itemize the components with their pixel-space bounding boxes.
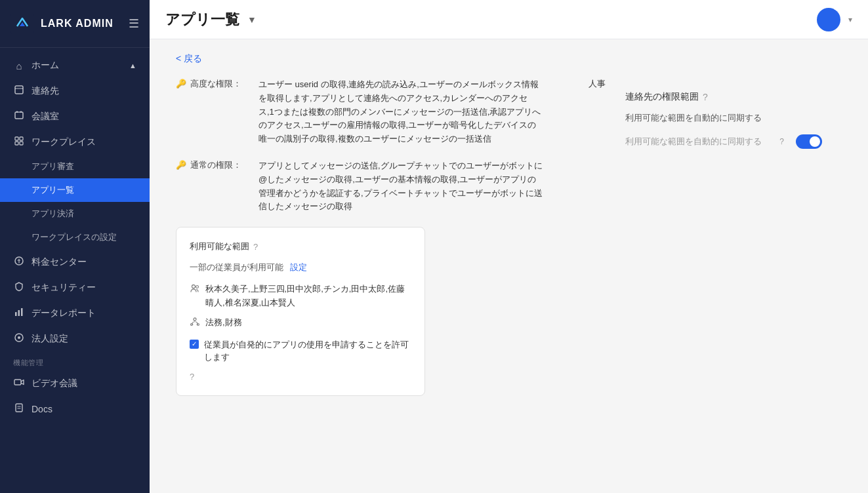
sync-toggle[interactable] — [796, 134, 822, 149]
docs-icon — [13, 403, 25, 415]
sync-label: 利用可能な範囲を自動的に同期する — [625, 136, 773, 148]
content-layout: 🔑 高度な権限： ユーザー userid の取得,連絡先の読み込み,ユーザーのメ… — [176, 78, 842, 396]
svg-rect-10 — [18, 310, 20, 316]
normal-permission-row: 🔑 通常の権限： アプリとしてメッセージの送信,グループチャットでのユーザーがボ… — [176, 159, 606, 214]
sidebar-sub-label-app-payment: アプリ決済 — [31, 208, 74, 220]
legal-icon — [13, 332, 25, 345]
high-permission-text: 高度な権限： — [190, 78, 241, 90]
svg-rect-15 — [16, 404, 22, 412]
svg-rect-3 — [15, 112, 23, 119]
svg-rect-4 — [15, 137, 18, 140]
sidebar-item-legal[interactable]: 法人設定 — [0, 326, 150, 351]
sidebar-item-contacts[interactable]: 連絡先 — [0, 78, 150, 104]
security-icon — [13, 281, 25, 294]
sidebar-sub-item-app-review[interactable]: アプリ審査 — [0, 155, 150, 178]
data-report-icon — [13, 307, 25, 319]
scope-card-title: 利用可能な範囲 — [190, 241, 249, 252]
sidebar-item-meeting[interactable]: 会議室 — [0, 104, 150, 129]
sidebar-item-billing[interactable]: 料金センター — [0, 249, 150, 275]
normal-permission-category — [553, 159, 606, 214]
scope-dept-text: 法務,財務 — [205, 317, 242, 328]
home-icon: ⌂ — [13, 60, 25, 71]
scope-users-row: 秋本久美子,上野三四,田中次郎,チンカ,田中太郎,佐藤晴人,椎名深夏,山本賢人 — [190, 283, 411, 310]
contact-scope-title: 連絡先の権限範囲 ? — [625, 91, 822, 103]
sidebar-sub-item-app-list[interactable]: アプリ一覧 — [0, 178, 150, 202]
scope-config-link[interactable]: 設定 — [290, 262, 307, 273]
sidebar-item-security[interactable]: セキュリティー — [0, 275, 150, 300]
svg-rect-9 — [15, 312, 17, 316]
workplace-icon — [13, 136, 25, 148]
avatar-dropdown-arrow[interactable]: ▾ — [848, 15, 852, 24]
contact-scope-label: 連絡先の権限範囲 — [625, 91, 699, 103]
scope-bottom-help-icon[interactable]: ? — [190, 372, 194, 382]
scope-card-help-bottom[interactable]: ? — [190, 370, 411, 382]
scope-card: 利用可能な範囲 ? 一部の従業員が利用可能 設定 秋本久美子,上野三四,田中次郎… — [176, 227, 425, 396]
sidebar-item-home[interactable]: ⌂ ホーム ▲ — [0, 53, 150, 78]
svg-rect-7 — [20, 142, 23, 145]
contact-scope-help-icon[interactable]: ? — [703, 92, 708, 102]
sidebar-item-workplace[interactable]: ワークプレイス — [0, 129, 150, 155]
topbar: アプリ一覧 ▼ ▾ — [150, 0, 868, 39]
key-icon-high: 🔑 — [176, 79, 186, 89]
sync-title-text: 利用可能な範囲を自動的に同期する — [625, 112, 822, 124]
sidebar-item-label-billing: 料金センター — [31, 256, 87, 268]
sidebar-sub-label-app-list: アプリ一覧 — [31, 184, 74, 196]
back-button[interactable]: < 戻る — [176, 53, 202, 65]
sidebar-item-data-report[interactable]: データレポート — [0, 300, 150, 326]
menu-icon[interactable]: ☰ — [129, 16, 139, 31]
svg-rect-14 — [14, 380, 21, 385]
meeting-icon — [13, 110, 25, 123]
sidebar-item-label-legal: 法人設定 — [31, 333, 68, 345]
sidebar-item-label-data-report: データレポート — [31, 307, 96, 319]
main-content: アプリ一覧 ▼ ▾ < 戻る 🔑 高度な権限： ユーザー userid の取得,… — [150, 0, 868, 493]
sidebar-item-label-docs: Docs — [31, 404, 52, 414]
contacts-icon — [13, 85, 25, 97]
scope-checkbox-row: 従業員が自発的にアプリの使用を申請することを許可します — [190, 338, 411, 364]
svg-point-18 — [192, 285, 196, 288]
topbar-dropdown-arrow[interactable]: ▼ — [247, 14, 257, 25]
sidebar: LARK ADMIN ☰ ⌂ ホーム ▲ 連絡先 会議室 — [0, 0, 150, 493]
normal-permission-text: 通常の権限： — [190, 159, 241, 171]
right-panel: 連絡先の権限範囲 ? 利用可能な範囲を自動的に同期する 利用可能な範囲を自動的に… — [606, 78, 842, 396]
page-content: < 戻る 🔑 高度な権限： ユーザー userid の取得,連絡先の読み込み,ユ… — [150, 39, 868, 493]
normal-permission-label: 🔑 通常の権限： — [176, 159, 248, 214]
sidebar-item-label-security: セキュリティー — [31, 282, 96, 294]
high-permission-row: 🔑 高度な権限： ユーザー userid の取得,連絡先の読み込み,ユーザーのメ… — [176, 78, 606, 146]
sidebar-sub-item-workplace-settings[interactable]: ワークプレイスの設定 — [0, 226, 150, 249]
dept-icon — [190, 317, 200, 329]
scope-checkbox-text: 従業員が自発的にアプリの使用を申請することを許可します — [204, 338, 411, 364]
user-avatar[interactable] — [817, 8, 840, 31]
sidebar-nav: ⌂ ホーム ▲ 連絡先 会議室 ワークプレイス アプリ審査 — [0, 48, 150, 493]
topbar-title: アプリ一覧 — [165, 10, 239, 30]
normal-permission-desc: アプリとしてメッセージの送信,グループチャットでのユーザーがボットに@したメッセ… — [258, 159, 543, 214]
high-permission-category: 人事 — [553, 78, 606, 146]
sidebar-item-label-contacts: 連絡先 — [31, 85, 59, 97]
svg-rect-6 — [15, 142, 18, 145]
sidebar-item-label-home: ホーム — [31, 60, 59, 71]
sidebar-item-label-workplace: ワークプレイス — [31, 136, 96, 148]
scope-status-row: 一部の従業員が利用可能 設定 — [190, 262, 411, 273]
sidebar-sub-label-workplace-settings: ワークプレイスの設定 — [31, 231, 117, 243]
sidebar-item-label-video: ビデオ会議 — [31, 378, 77, 389]
home-arrow: ▲ — [129, 62, 136, 69]
sidebar-item-video[interactable]: ビデオ会議 — [0, 370, 150, 396]
scope-help-icon-header[interactable]: ? — [253, 242, 258, 252]
scope-card-header: 利用可能な範囲 ? — [190, 241, 411, 252]
sync-help-icon[interactable]: ? — [779, 137, 784, 146]
video-icon — [13, 377, 25, 389]
key-icon-normal: 🔑 — [176, 160, 186, 170]
sidebar-title: LARK ADMIN — [41, 18, 114, 30]
scope-status-text: 一部の従業員が利用可能 — [190, 262, 283, 273]
svg-point-13 — [18, 336, 20, 339]
scope-checkbox[interactable] — [190, 340, 199, 349]
sync-row: 利用可能な範囲を自動的に同期する ? — [625, 134, 822, 149]
sidebar-sub-label-app-review: アプリ審査 — [31, 161, 74, 172]
section-label-features: 機能管理 — [0, 351, 150, 370]
users-icon — [190, 283, 200, 296]
sidebar-sub-item-app-payment[interactable]: アプリ決済 — [0, 202, 150, 226]
billing-icon — [13, 256, 25, 268]
sidebar-item-docs[interactable]: Docs — [0, 396, 150, 422]
content-main: 🔑 高度な権限： ユーザー userid の取得,連絡先の読み込み,ユーザーのメ… — [176, 78, 606, 396]
svg-rect-11 — [21, 308, 23, 316]
svg-rect-1 — [15, 86, 23, 94]
